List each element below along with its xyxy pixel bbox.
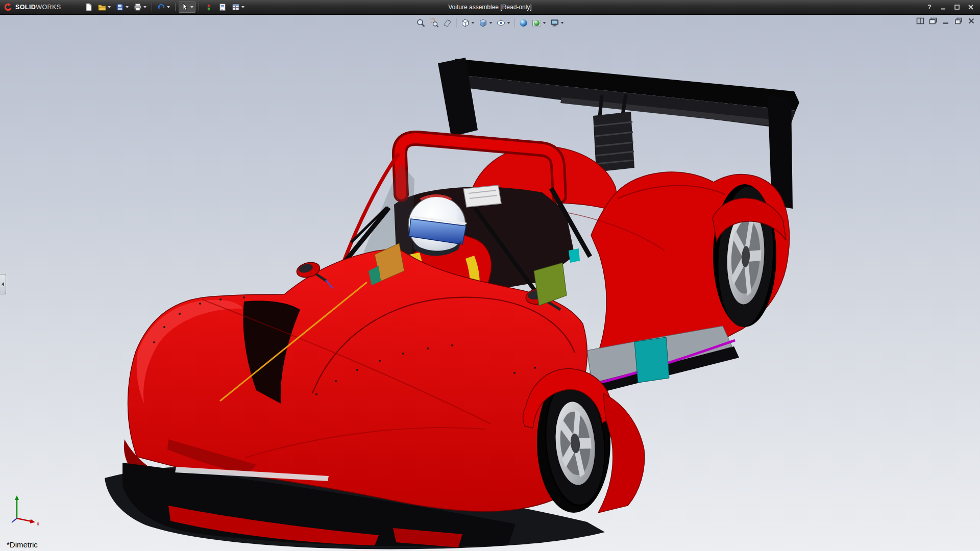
display-style-button[interactable] bbox=[477, 17, 494, 29]
intake-box[interactable] bbox=[463, 185, 501, 207]
zoom-to-fit-icon bbox=[416, 18, 426, 28]
window-title: Voiture assemblee [Read-only] bbox=[448, 4, 531, 11]
view-orientation-button[interactable] bbox=[459, 17, 476, 29]
options-button[interactable] bbox=[230, 2, 247, 13]
toolbar-separator bbox=[175, 3, 176, 11]
toolbar-separator bbox=[152, 3, 152, 11]
chevron-down-icon[interactable] bbox=[143, 6, 146, 8]
options-grid-icon bbox=[232, 3, 240, 11]
rebuild-traffic-light-icon bbox=[205, 3, 213, 11]
new-document-button[interactable] bbox=[82, 2, 95, 13]
view-settings-button[interactable] bbox=[549, 17, 566, 29]
hide-show-items-button[interactable] bbox=[495, 17, 512, 29]
chevron-left-icon bbox=[2, 282, 4, 286]
monitor-icon bbox=[550, 18, 559, 28]
apply-scene-button[interactable] bbox=[531, 17, 548, 29]
close-icon bbox=[967, 17, 975, 24]
help-button[interactable]: ? bbox=[923, 3, 936, 12]
chevron-down-icon[interactable] bbox=[561, 22, 564, 24]
save-floppy-icon bbox=[116, 3, 124, 11]
select-button[interactable] bbox=[179, 2, 195, 13]
minimize-icon bbox=[940, 4, 946, 10]
standard-toolbar bbox=[82, 2, 247, 13]
chevron-down-icon[interactable] bbox=[190, 6, 193, 8]
toolbar-separator bbox=[456, 18, 457, 28]
x-axis-label: x bbox=[37, 521, 39, 527]
toolbar-separator bbox=[514, 18, 515, 28]
restore-document-button[interactable] bbox=[954, 17, 963, 25]
z-axis bbox=[12, 518, 17, 522]
file-properties-button[interactable] bbox=[216, 2, 229, 13]
cascade-panes-button[interactable] bbox=[928, 17, 938, 25]
chevron-down-icon[interactable] bbox=[108, 6, 111, 8]
maximize-icon bbox=[954, 4, 960, 10]
zoom-to-fit-button[interactable] bbox=[415, 17, 427, 29]
scene-ball-icon bbox=[532, 18, 542, 28]
maximize-button[interactable] bbox=[951, 3, 963, 12]
open-button[interactable] bbox=[96, 2, 113, 13]
chevron-down-icon[interactable] bbox=[489, 22, 493, 24]
print-icon bbox=[134, 3, 142, 11]
zoom-to-area-button[interactable] bbox=[428, 17, 440, 29]
new-document-icon bbox=[85, 3, 93, 11]
minimize-button[interactable] bbox=[937, 3, 949, 12]
undo-button[interactable] bbox=[155, 2, 172, 13]
graphics-area[interactable]: x *Dimetric bbox=[0, 15, 980, 551]
chevron-down-icon[interactable] bbox=[167, 6, 170, 8]
chevron-down-icon[interactable] bbox=[241, 6, 244, 8]
x-axis bbox=[17, 518, 32, 521]
tile-panes-icon bbox=[916, 17, 924, 24]
file-properties-icon bbox=[218, 3, 227, 11]
ds-logo-icon bbox=[4, 3, 13, 12]
chevron-down-icon[interactable] bbox=[472, 22, 475, 24]
solidworks-logo: SOLIDWORKS bbox=[4, 3, 61, 12]
rebuild-button[interactable] bbox=[202, 2, 215, 13]
chevron-down-icon[interactable] bbox=[543, 22, 546, 24]
undo-arrow-icon bbox=[157, 3, 165, 11]
view-orientation-label: *Dimetric bbox=[7, 540, 38, 549]
open-folder-icon bbox=[98, 3, 106, 11]
side-window[interactable] bbox=[634, 337, 669, 383]
chevron-down-icon[interactable] bbox=[126, 6, 129, 8]
view-orientation-cube-icon bbox=[461, 18, 470, 28]
close-document-button[interactable] bbox=[967, 17, 976, 25]
close-button[interactable] bbox=[965, 3, 977, 12]
edit-appearance-button[interactable] bbox=[518, 17, 530, 29]
section-view-icon bbox=[443, 18, 452, 28]
minimize-document-button[interactable] bbox=[941, 17, 950, 25]
document-window-controls bbox=[916, 17, 976, 25]
car-assembly-model[interactable] bbox=[0, 15, 980, 551]
save-button[interactable] bbox=[114, 2, 131, 13]
heads-up-view-toolbar bbox=[415, 17, 566, 29]
restore-icon bbox=[954, 17, 963, 24]
brand-text: SOLIDWORKS bbox=[15, 4, 61, 11]
display-style-cube-icon bbox=[479, 18, 488, 28]
toolbar-separator bbox=[199, 3, 199, 11]
reference-triad: x bbox=[9, 493, 43, 527]
print-button[interactable] bbox=[132, 2, 149, 13]
eye-icon bbox=[497, 18, 506, 28]
feature-manager-collapse-tab[interactable] bbox=[0, 274, 6, 294]
close-icon bbox=[968, 4, 974, 10]
minimize-icon bbox=[942, 17, 950, 24]
cascade-panes-icon bbox=[929, 17, 937, 24]
select-cursor-icon bbox=[181, 3, 189, 11]
zoom-to-area-icon bbox=[430, 18, 439, 28]
section-view-button[interactable] bbox=[442, 17, 454, 29]
appearance-ball-icon bbox=[519, 18, 528, 28]
chevron-down-icon[interactable] bbox=[507, 22, 510, 24]
tile-panes-button[interactable] bbox=[916, 17, 925, 25]
window-controls: ? bbox=[923, 3, 977, 12]
titlebar: SOLIDWORKS bbox=[0, 0, 980, 15]
